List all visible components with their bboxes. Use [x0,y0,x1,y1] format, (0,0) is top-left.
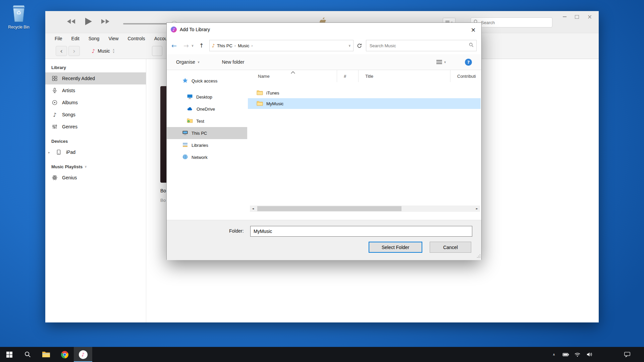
menu-view[interactable]: View [108,36,118,41]
sidebar-item-genius[interactable]: Genius [45,172,146,184]
breadcrumb-chevron-icon[interactable]: › [234,44,236,48]
sidebar-item-songs[interactable]: ♪ Songs [45,109,146,121]
back-button[interactable]: ‹ [56,46,67,56]
forward-button[interactable]: › [68,46,80,56]
column-name[interactable]: Name [251,70,337,82]
network-globe-icon [182,154,188,161]
minimize-button[interactable] [559,12,570,21]
horizontal-scrollbar[interactable]: ◄ ► [250,205,480,212]
start-button[interactable] [0,347,18,362]
stepper-icon: ∧∨ [113,49,115,53]
songs-icon: ♪ [51,111,58,118]
nav-item-libraries[interactable]: Libraries [167,139,247,151]
close-icon: × [587,13,592,20]
maximize-button[interactable] [572,12,582,21]
folder-name-input[interactable] [250,226,472,237]
breadcrumb-music[interactable]: Music [238,43,249,48]
nav-item-label: This PC [192,131,207,136]
organise-button[interactable]: Organise ∨ [176,59,200,65]
file-name: iTunes [266,90,279,96]
file-row-mymusic[interactable]: MyMusic [248,98,481,109]
select-folder-button[interactable]: Select Folder [369,242,422,253]
nav-item-desktop[interactable]: Desktop [167,91,247,103]
onedrive-cloud-icon [187,106,193,112]
nav-item-network[interactable]: Network [167,151,247,163]
dialog-search-input[interactable] [369,43,467,49]
sidebar-item-artists[interactable]: Artists [45,84,146,97]
menu-controls[interactable]: Controls [127,36,145,41]
nav-history-dropdown[interactable]: ∨ [192,44,194,47]
folder-icon [257,101,263,107]
nav-item-quick-access[interactable]: Quick access [167,75,247,87]
resize-grip[interactable] [477,253,481,259]
close-button[interactable]: × [585,12,595,21]
nav-back-button[interactable]: ← [171,42,177,49]
sidebar-item-genres[interactable]: Genres [45,121,146,133]
recently-added-icon [51,75,58,82]
network-wifi-icon[interactable] [572,347,583,362]
tray-expand-icon[interactable]: ∧ [548,347,560,362]
file-name: MyMusic [266,101,283,106]
menu-song[interactable]: Song [89,36,100,41]
sidebar-item-recently-added[interactable]: Recently Added [45,72,146,84]
address-dropdown-icon[interactable]: ∨ [348,44,351,47]
taskbar-file-explorer[interactable] [37,347,55,362]
album-title[interactable]: Bo [160,188,166,193]
cancel-button[interactable]: Cancel [430,242,471,253]
itunes-search-input[interactable] [480,20,549,25]
list-view-icon [436,60,442,64]
help-button[interactable]: ? [465,59,472,66]
nav-item-test[interactable]: Test [167,115,247,127]
new-folder-button[interactable]: New folder [222,59,244,65]
nav-item-this-pc[interactable]: This PC [167,127,247,139]
menu-edit[interactable]: Edit [71,36,79,41]
sidebar-item-ipad[interactable]: ▸ iPad [45,146,146,158]
menu-file[interactable]: File [55,36,62,41]
dialog-body: Quick access Desktop OneDrive Test This … [167,70,481,220]
sidebar-item-albums[interactable]: Albums [45,97,146,109]
dialog-navigation-bar: ← → ∨ ↑ ♪ This PC › Music › ∨ [167,37,481,54]
nav-item-onedrive[interactable]: OneDrive [167,103,247,115]
nav-item-label: OneDrive [197,107,215,112]
address-bar[interactable]: ♪ This PC › Music › ∨ [209,40,354,51]
sidebar-item-label: Recently Added [62,76,95,81]
rewind-button[interactable] [66,18,76,26]
column-title[interactable]: Title [359,70,450,82]
refresh-button[interactable] [357,43,362,48]
recycle-bin-icon: ♻ [10,4,28,24]
change-view-button[interactable]: ∨ [436,60,446,64]
nav-item-label: Libraries [192,143,208,148]
recycle-bin-label: Recycle Bin [2,25,36,29]
nav-forward-button[interactable]: → [183,42,189,49]
dialog-close-button[interactable]: × [465,23,481,36]
column-number[interactable]: # [337,70,359,82]
scroll-left-icon[interactable]: ◄ [250,205,256,212]
taskbar-search-button[interactable] [18,347,37,362]
recycle-bin[interactable]: ♻ Recycle Bin [2,4,36,29]
dialog-titlebar[interactable]: ♪ Add To Library [167,23,481,36]
taskbar-itunes[interactable]: ♪ [74,347,92,362]
battery-icon[interactable] [560,347,572,362]
taskbar-chrome[interactable] [55,347,74,362]
play-button[interactable] [84,17,93,27]
dialog-footer: Folder: Select Folder Cancel [167,220,481,260]
file-row-itunes[interactable]: iTunes [248,87,481,98]
expander-icon[interactable]: ▸ [47,150,51,154]
dialog-search-box[interactable] [366,40,477,51]
fast-forward-button[interactable] [101,18,110,26]
nav-up-button[interactable]: ↑ [199,42,204,49]
scroll-right-icon[interactable]: ► [474,205,480,212]
breadcrumb-chevron-icon[interactable]: › [251,44,253,48]
column-contributing-artists[interactable]: Contributi [450,70,481,82]
breadcrumb-this-pc[interactable]: This PC [217,43,232,48]
sidebar-playlists-header[interactable]: Music Playlists ∨ [45,162,146,172]
sidebar-library-header: Library [45,62,146,72]
scrollbar-thumb[interactable] [257,206,401,211]
chrome-icon [61,351,69,359]
media-kind-selector[interactable]: ♪ Music ∧∨ [88,46,118,56]
folder-icon [257,90,263,96]
volume-icon[interactable] [583,347,595,362]
itunes-search-box[interactable] [471,17,552,27]
media-view-button[interactable] [152,46,162,56]
action-center-button[interactable] [619,347,636,362]
